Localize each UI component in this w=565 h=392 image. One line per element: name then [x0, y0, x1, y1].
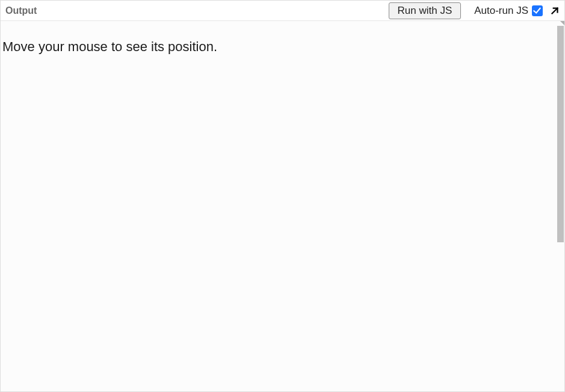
svg-line-0 — [552, 8, 558, 13]
vertical-scrollbar[interactable] — [556, 21, 564, 391]
output-message: Move your mouse to see its position. — [2, 39, 217, 55]
autorun-label[interactable]: Auto-run JS — [474, 5, 528, 17]
panel-title: Output — [5, 5, 37, 16]
output-area[interactable]: Move your mouse to see its position. — [1, 21, 564, 391]
autorun-control[interactable]: Auto-run JS — [474, 5, 543, 17]
scrollbar-thumb[interactable] — [557, 26, 564, 242]
scrollbar-up-corner — [560, 21, 564, 25]
autorun-checkbox[interactable] — [532, 5, 543, 16]
expand-icon[interactable] — [549, 5, 561, 17]
run-with-js-button[interactable]: Run with JS — [389, 2, 462, 19]
output-header: Output Run with JS Auto-run JS — [1, 1, 564, 21]
